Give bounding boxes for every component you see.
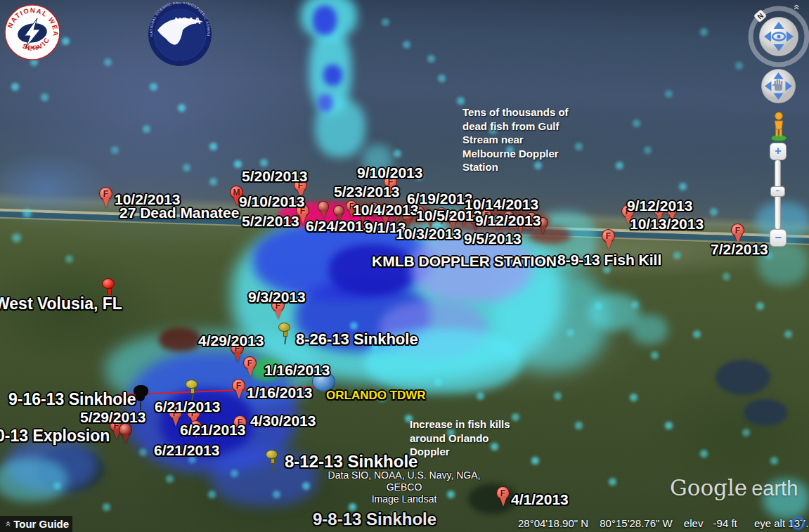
google-earth-logo: Googleearth <box>670 475 798 500</box>
earth-wordmark: earth <box>751 477 798 500</box>
placemark-label[interactable]: 27 Dead Manatee <box>119 205 239 221</box>
zoom-in-button[interactable]: + <box>770 143 787 160</box>
placemark-label[interactable]: 8-26-13 Sinkhole <box>296 330 418 349</box>
placemark-label[interactable]: 9/5/2013 <box>464 231 522 247</box>
tour-guide-bar[interactable]: » Tour Guide <box>0 516 72 532</box>
placemark-label[interactable]: 0-13 Explosion <box>0 427 110 446</box>
placemark-label[interactable]: 5/29/2013 <box>80 409 145 426</box>
placemark-label[interactable]: 10/3/2013 <box>396 226 461 242</box>
latitude-readout: 28°04'18.90" N <box>518 517 588 529</box>
status-bar: 28°04'18.90" N 80°15'28.76" W elev -94 f… <box>518 517 809 529</box>
attribution-line1: Data SIO, NOAA, U.S. Navy, NGA, GEBCO <box>309 469 499 493</box>
placemark-label[interactable]: 9/10/2013 <box>357 164 422 181</box>
zoom-out-button[interactable]: − <box>770 229 787 247</box>
google-wordmark: Google <box>670 475 747 500</box>
move-joystick[interactable] <box>760 67 797 105</box>
longitude-readout: 80°15'28.76" W <box>600 517 672 529</box>
map-annotation: Increase in fish kills around Orlando Do… <box>410 417 510 459</box>
placemark-label[interactable]: 6/24/2013 <box>306 218 371 235</box>
placemark-label[interactable]: 5/23/2013 <box>334 183 399 200</box>
placemark-label[interactable]: 8-12-13 Sinkhole <box>285 452 418 472</box>
placemark-label[interactable]: 9-16-13 Sinkhole <box>8 390 136 409</box>
noaa-logo: NATIONAL OCEANIC AND ATMOSPHERIC ADMINIS… <box>148 2 212 67</box>
placemark-label[interactable]: 10/4/2013 <box>353 202 418 219</box>
zoom-control: + − − <box>770 143 787 247</box>
placemark-label[interactable]: 9/12/2013 <box>475 212 541 229</box>
look-joystick[interactable]: N <box>748 6 809 67</box>
placemark-label[interactable]: 6/21/2013 <box>180 422 245 439</box>
placemark-label[interactable]: 1/16/2013 <box>264 362 330 379</box>
placemark-label[interactable]: West Volusia, FL <box>0 294 122 313</box>
placemark-label[interactable]: 9/10/2013 <box>239 193 304 210</box>
pegman[interactable] <box>770 111 788 142</box>
placemark-label[interactable]: 1/16/2013 <box>247 384 312 401</box>
placemark-label[interactable]: 6/21/2013 <box>154 442 219 459</box>
streaming-indicator-icon <box>791 517 805 530</box>
attribution-line2: Image Landsat <box>309 493 499 505</box>
placemark-label[interactable]: 6/21/2013 <box>155 398 220 415</box>
svg-text:NOAA: NOAA <box>175 16 201 26</box>
placemark-label[interactable]: KMLB DOPPLER STATION <box>372 253 557 270</box>
placemark-label[interactable]: ORLANDO TDWR <box>326 389 426 403</box>
map-label-layer: 10/2/201327 Dead Manatee5/20/20139/10/20… <box>0 0 809 532</box>
placemark-label[interactable]: 8-9-13 Fish Kill <box>557 252 661 268</box>
placemark-label[interactable]: 5/20/2013 <box>242 168 307 185</box>
placemark-label[interactable]: 7/2/2013 <box>711 241 768 258</box>
elevation-readout: -94 ft <box>713 517 737 529</box>
placemark-label[interactable]: 10/5/2013 <box>416 207 481 224</box>
placemark-label[interactable]: 10/13/2013 <box>630 216 704 233</box>
placemark-label[interactable]: 4/30/2013 <box>250 413 316 429</box>
placemark-label[interactable]: 4/1/2013 <box>511 491 569 508</box>
elev-label: elev <box>684 517 704 529</box>
placemark-label[interactable]: 4/29/2013 <box>198 332 264 349</box>
map-annotation: Tens of thousands of dead fish from Gulf… <box>462 105 569 174</box>
tour-guide-label: Tour Guide <box>13 518 69 530</box>
placemark-label[interactable]: 9-8-13 Sinkhole <box>313 510 436 529</box>
google-earth-viewport[interactable]: FFFFFMFFFFFFFFFFFFFFFFF 10/2/201327 Dead… <box>0 0 809 532</box>
expand-chevron-icon: » <box>2 521 13 526</box>
placemark-label[interactable]: 9/3/2013 <box>248 289 306 306</box>
map-attribution: Data SIO, NOAA, U.S. Navy, NGA, GEBCO Im… <box>309 469 499 505</box>
placemark-label[interactable]: 9/12/2013 <box>627 197 692 214</box>
placemark-label[interactable]: 5/2/2013 <box>242 213 299 230</box>
nws-logo: NATIONAL WEATHER SERVICE ★ ★ ★ <box>4 4 60 60</box>
zoom-slider-handle[interactable]: − <box>770 186 785 197</box>
svg-text:★ ★ ★: ★ ★ ★ <box>25 45 41 50</box>
